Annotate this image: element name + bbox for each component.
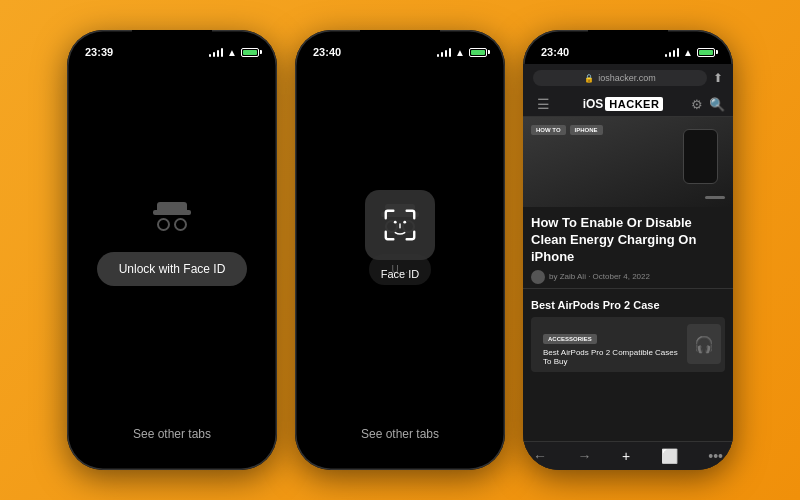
unlock-button-1[interactable]: Unlock with Face ID [97,252,248,286]
battery-icon-2 [469,48,487,57]
status-icons-2: ▲ [437,47,487,58]
signal-bar [213,52,216,57]
back-button[interactable]: ← [533,448,547,464]
phone-content-2: U… Face ID [295,64,505,424]
phone-notch-1 [132,30,212,52]
url-field[interactable]: 🔒 ioshacker.com [533,70,707,86]
incognito-icon-1 [152,202,192,232]
airpods-icon: 🎧 [694,335,714,354]
signal-bar [677,48,680,57]
browser-bottom-bar: ← → + ⬜ ••• [523,441,733,470]
signal-bars-1 [209,47,224,57]
phone-bottom-1: See other tabs [67,424,277,470]
signal-bars-2 [437,47,452,57]
phone-2: 23:40 ▲ U… [295,30,505,470]
hacker-text: HACKER [605,97,663,111]
battery-fill-1 [243,50,257,55]
phone-3: 23:40 ▲ 🔒 ioshacker.com ⬆ ☰ [523,30,733,470]
more-button[interactable]: ••• [708,448,723,464]
signal-bar [441,52,444,57]
menu-icon[interactable]: ☰ [531,96,555,112]
signal-bar [449,48,452,57]
author-avatar [531,270,545,284]
lock-icon: 🔒 [584,74,594,83]
battery-icon-1 [241,48,259,57]
status-icons-1: ▲ [209,47,259,58]
svg-point-0 [394,221,397,224]
signal-bar [209,54,212,57]
new-tab-button[interactable]: + [622,448,630,464]
see-other-tabs-2: See other tabs [361,427,439,441]
article-image: HOW TO IPHONE [523,117,733,207]
battery-fill-3 [699,50,713,55]
section-divider: Best AirPods Pro 2 Case ACCESSORIES Best… [523,288,733,376]
svg-point-1 [403,221,406,224]
signal-bar [217,50,220,57]
phone-notch-2 [360,30,440,52]
url-domain: ioshacker.com [598,73,656,83]
phone-1: 23:39 ▲ Unlock with Face ID See ot [67,30,277,470]
cable-in-article-image [705,196,725,199]
status-icons-3: ▲ [665,47,715,58]
tag-iphone: IPHONE [570,125,603,135]
article-tags: HOW TO IPHONE [531,125,603,135]
status-time-2: 23:40 [313,46,341,58]
faceid-overlay: Face ID [365,190,435,280]
signal-bar [445,50,448,57]
section-title: Best AirPods Pro 2 Case [531,299,660,311]
forward-button[interactable]: → [578,448,592,464]
status-time-3: 23:40 [541,46,569,58]
product-box: 🎧 [687,324,721,364]
article-text-area: How To Enable Or Disable Clean Energy Ch… [523,207,733,288]
faceid-icon [381,206,419,244]
faceid-label: Face ID [381,268,420,280]
phone-content-1: Unlock with Face ID [67,64,277,424]
wifi-icon-3: ▲ [683,47,693,58]
search-icon[interactable]: 🔍 [709,97,725,112]
product-subtitle: Best AirPods Pro 2 Compatible Cases To B… [543,348,679,366]
glass-left-1 [157,218,170,231]
signal-bar [665,54,668,57]
browser-nav-bar: ☰ iOS HACKER ⚙ 🔍 [523,92,733,117]
article-meta: by Zaib Ali · October 4, 2022 [531,270,725,284]
status-time-1: 23:39 [85,46,113,58]
signal-bars-3 [665,47,680,57]
signal-bar [437,54,440,57]
incognito-glasses-1 [152,218,192,231]
article-meta-text: by Zaib Ali · October 4, 2022 [549,272,650,281]
phone-bottom-2: See other tabs [295,424,505,470]
phone-in-article-image [683,129,718,184]
product-tag-area: ACCESSORIES Best AirPods Pro 2 Compatibl… [535,323,687,366]
browser-screen: 🔒 ioshacker.com ⬆ ☰ iOS HACKER ⚙ 🔍 [523,64,733,470]
ios-hacker-logo: iOS HACKER [583,97,664,111]
article-title: How To Enable Or Disable Clean Energy Ch… [531,215,725,266]
battery-icon-3 [697,48,715,57]
signal-bar [669,52,672,57]
share-button[interactable]: ⬆ [713,71,723,85]
glass-right-1 [174,218,187,231]
see-other-tabs-1: See other tabs [133,427,211,441]
signal-bar [673,50,676,57]
settings-icon[interactable]: ⚙ [691,97,703,112]
browser-urlbar: 🔒 ioshacker.com ⬆ [523,64,733,92]
phone-notch-3 [588,30,668,52]
wifi-icon-2: ▲ [455,47,465,58]
faceid-box [365,190,435,260]
tag-how-to: HOW TO [531,125,566,135]
ios-text: iOS [583,97,604,111]
product-image-strip: ACCESSORIES Best AirPods Pro 2 Compatibl… [531,317,725,372]
battery-fill-2 [471,50,485,55]
product-tag: ACCESSORIES [543,334,597,344]
signal-bar [221,48,224,57]
incognito-hat-1 [157,202,187,212]
wifi-icon-1: ▲ [227,47,237,58]
nav-right-icons: ⚙ 🔍 [691,97,725,112]
article-area: HOW TO IPHONE How To Enable Or Disable C… [523,117,733,441]
tabs-button[interactable]: ⬜ [661,448,678,464]
